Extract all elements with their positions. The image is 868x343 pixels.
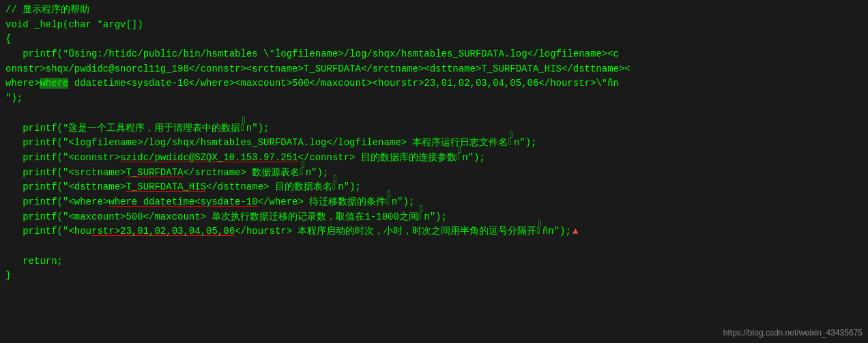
- code-line-13: printf("<dsttname>T_SURFDATA_HIS</dsttna…: [5, 180, 863, 195]
- code-line-11: printf("<connstr>szidc/pwdidc@SZQX_10.15…: [5, 151, 863, 166]
- code-line-4: printf("̌Using:/htidc/public/bin/hsmtabl…: [5, 47, 863, 62]
- code-line-8: [5, 106, 863, 121]
- code-line-18: return;: [5, 254, 863, 269]
- code-line-2: void _help(char *argv[]): [5, 18, 863, 33]
- code-editor: // 显示程序的帮助 void _help(char *argv[]) { pr…: [0, 0, 868, 343]
- code-line-7: ");: [5, 91, 863, 106]
- code-line-10: printf("<logfilename>/log/shqx/hsmtables…: [5, 136, 863, 151]
- watermark: https://blog.csdn.net/weixin_43435675: [723, 327, 863, 339]
- code-line-6: where>where ddatetime<sysdate-10</where>…: [5, 76, 863, 91]
- code-line-1: // 显示程序的帮助: [5, 3, 863, 18]
- code-line-3: {: [5, 32, 863, 47]
- code-line-5: onnstr>shqx/pwdidc@snorcl11g_198</connst…: [5, 62, 863, 77]
- code-line-9: printf("̌这是一个工具程序，用于清理表中的数据。̌n");: [5, 121, 863, 136]
- code-line-16: printf("<hourstr>23,01,02,03,04,05,06</h…: [5, 224, 863, 239]
- code-line-19: }: [5, 269, 863, 284]
- code-line-15: printf("<maxcount>500</maxcount> 单次执行数据迁…: [5, 210, 863, 225]
- code-line-17: [5, 239, 863, 254]
- code-line-12: printf("<srctname>T_SURFDATA</srctname> …: [5, 166, 863, 181]
- code-line-14: printf("<where>where ddatetime<sysdate-1…: [5, 195, 863, 210]
